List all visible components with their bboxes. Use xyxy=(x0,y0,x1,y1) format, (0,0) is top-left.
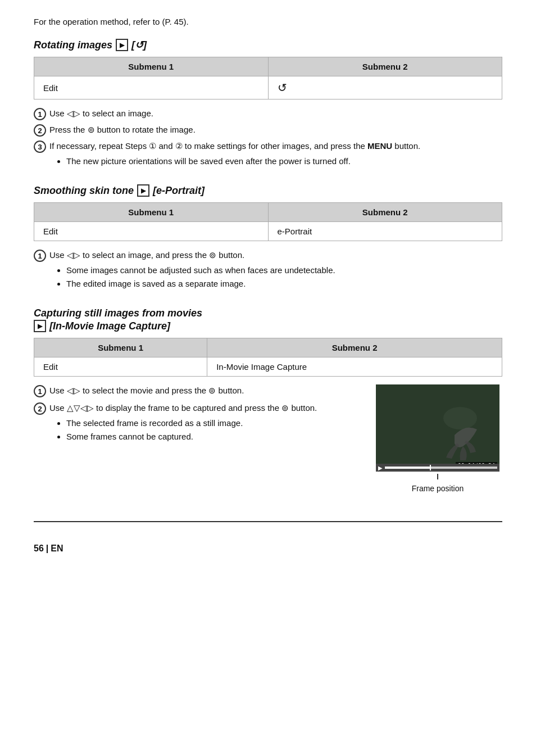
in-movie-layout: 1 Use ◁▷ to select the movie and press t… xyxy=(34,384,502,493)
section2-play-icon: ▶ xyxy=(137,184,149,197)
bullet-item: The edited image is saved as a separate … xyxy=(66,278,502,291)
section2-step1-bullets: Some images cannot be adjusted such as w… xyxy=(61,264,502,291)
table-row: Edit In-Movie Image Capture xyxy=(34,357,502,377)
movie-thumbnail: 00:14/00:34 ▶ xyxy=(376,384,499,472)
section3-step2-text: Use △▽◁▷ to display the frame to be capt… xyxy=(49,403,317,413)
step-num-1: 1 xyxy=(34,385,46,397)
step-num-3: 3 xyxy=(34,141,46,153)
section3-title-text: Capturing still images from movies xyxy=(34,307,202,319)
movie-thumb-inner: 00:14/00:34 xyxy=(376,384,499,472)
page-lang-text: EN xyxy=(51,544,63,554)
table-row: Edit e-Portrait xyxy=(34,222,502,241)
frame-position-line xyxy=(437,474,438,479)
section2-title: Smoothing skin tone ▶ [e-Portrait] xyxy=(34,184,502,197)
section2-step1: 1 Use ◁▷ to select an image, and press t… xyxy=(34,249,502,292)
section1-rotate-icon: [↺] xyxy=(131,39,147,51)
section1-header-submenu2: Submenu 2 xyxy=(268,57,502,76)
section1-steps: 1 Use ◁▷ to select an image. 2 Press the… xyxy=(34,107,502,169)
intro-text: For the operation method, refer to (P. 4… xyxy=(34,17,502,26)
bullet-item: The new picture orientations will be sav… xyxy=(66,155,502,168)
section1-step2: 2 Press the ⊚ button to rotate the image… xyxy=(34,124,502,137)
section1-step3: 3 If necessary, repeat Steps ① and ② to … xyxy=(34,140,502,169)
movie-content-svg xyxy=(376,384,499,472)
movie-play-icon: ▶ xyxy=(378,465,383,471)
section3-step2-content: Use △▽◁▷ to display the frame to be capt… xyxy=(49,402,362,445)
section1-play-icon: ▶ xyxy=(116,39,128,51)
section2-step1-text: Use ◁▷ to select an image, and press the… xyxy=(49,250,244,260)
page-number: 56 | EN xyxy=(34,544,502,554)
frame-position-label: Frame position xyxy=(412,484,464,493)
section1-step3-content: If necessary, repeat Steps ① and ② to ma… xyxy=(49,140,502,169)
section3-title: Capturing still images from movies ▶ [In… xyxy=(34,307,502,333)
section1-step3-text: If necessary, repeat Steps ① and ② to ma… xyxy=(49,141,420,151)
section3-step1: 1 Use ◁▷ to select the movie and press t… xyxy=(34,384,362,397)
section3-table: Submenu 1 Submenu 2 Edit In-Movie Image … xyxy=(34,338,502,377)
section2-header-submenu1: Submenu 1 xyxy=(34,203,269,222)
section-in-movie: Capturing still images from movies ▶ [In… xyxy=(34,307,502,494)
section3-header-submenu1: Submenu 1 xyxy=(34,338,207,357)
bullet-item: The selected frame is recorded as a stil… xyxy=(66,417,362,430)
section3-step1-text: Use ◁▷ to select the movie and press the… xyxy=(49,384,362,397)
movie-progress-track xyxy=(385,467,497,469)
section3-step2-bullets: The selected frame is recorded as a stil… xyxy=(61,417,362,443)
in-movie-steps: 1 Use ◁▷ to select the movie and press t… xyxy=(34,384,362,448)
table-row: Edit ↺ xyxy=(34,76,502,99)
section1-table: Submenu 1 Submenu 2 Edit ↺ xyxy=(34,57,502,99)
section1-step3-bullets: The new picture orientations will be sav… xyxy=(61,155,502,168)
section2-steps: 1 Use ◁▷ to select an image, and press t… xyxy=(34,249,502,292)
section3-row1-col1: Edit xyxy=(34,357,207,377)
section1-step1: 1 Use ◁▷ to select an image. xyxy=(34,107,502,120)
in-movie-thumbnail-area: 00:14/00:34 ▶ Frame position xyxy=(373,384,502,493)
section1-title: Rotating images ▶ [↺] xyxy=(34,39,502,51)
step-num-2: 2 xyxy=(34,124,46,137)
section-smoothing: Smoothing skin tone ▶ [e-Portrait] Subme… xyxy=(34,184,502,292)
section1-step1-text: Use ◁▷ to select an image. xyxy=(49,107,502,120)
movie-progress-bar-area: ▶ xyxy=(376,464,499,472)
section2-step1-content: Use ◁▷ to select an image, and press the… xyxy=(49,249,502,292)
section3-row1-col2: In-Movie Image Capture xyxy=(207,357,502,377)
section-rotating-images: Rotating images ▶ [↺] Submenu 1 Submenu … xyxy=(34,39,502,169)
section1-header-submenu1: Submenu 1 xyxy=(34,57,269,76)
page-lang-separator: | xyxy=(46,544,48,554)
bullet-item: Some images cannot be adjusted such as w… xyxy=(66,264,502,277)
section3-title2: [In-Movie Image Capture] xyxy=(49,320,170,332)
footer: 56 | EN xyxy=(34,521,502,554)
step-num-1: 1 xyxy=(34,250,46,262)
section3-header-submenu2: Submenu 2 xyxy=(207,338,502,357)
svg-rect-0 xyxy=(376,384,499,472)
frame-position-indicator: Frame position xyxy=(412,474,464,493)
section2-title-text: Smoothing skin tone xyxy=(34,185,134,197)
section2-row1-col2: e-Portrait xyxy=(268,222,502,241)
section2-row1-col1: Edit xyxy=(34,222,269,241)
page-num-text: 56 xyxy=(34,544,44,554)
section1-row1-col2: ↺ xyxy=(268,76,502,99)
step-num-1: 1 xyxy=(34,108,46,120)
section2-header-submenu2: Submenu 2 xyxy=(268,203,502,222)
section1-title-text: Rotating images xyxy=(34,39,112,51)
bullet-item: Some frames cannot be captured. xyxy=(66,431,362,443)
movie-progress-fill xyxy=(385,467,430,469)
svg-point-1 xyxy=(443,407,477,429)
section2-table: Submenu 1 Submenu 2 Edit e-Portrait xyxy=(34,202,502,241)
frame-marker xyxy=(430,465,431,470)
section1-row1-col1: Edit xyxy=(34,76,269,99)
section3-play-icon: ▶ xyxy=(34,320,46,332)
section2-subtitle: [e-Portrait] xyxy=(153,185,205,197)
section3-step2: 2 Use △▽◁▷ to display the frame to be ca… xyxy=(34,402,362,445)
section1-step2-text: Press the ⊚ button to rotate the image. xyxy=(49,124,502,137)
step-num-2: 2 xyxy=(34,402,46,415)
